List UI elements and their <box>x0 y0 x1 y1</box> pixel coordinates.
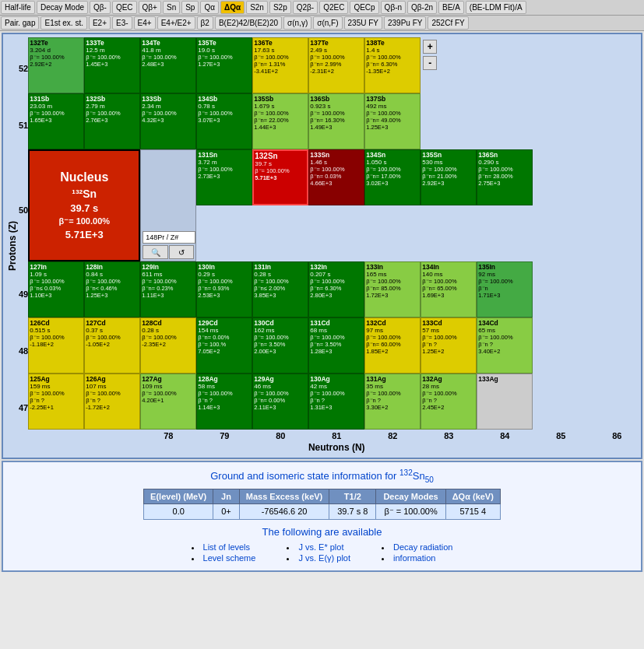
cell-136Te[interactable]: 136Te 17.63 s β⁻= 100.00% β⁻n= 1.31% -3.… <box>252 37 308 93</box>
toolbar-btn-qbplus[interactable]: Qβ+ <box>139 1 161 14</box>
cell-129Cd[interactable]: 129Cd 154 ms β⁻n= 0.00% β⁻= 100.% 7.05E+… <box>196 317 252 374</box>
cell-134In[interactable]: 134In 140 ms β⁻= 100.00% β⁻n= 65.00% 1.6… <box>421 261 477 317</box>
toolbar2-btn-be2[interactable]: B(E2)42/B(E2)20 <box>215 16 282 30</box>
cell-133Sb[interactable]: 133Sb 2.34 m β⁻= 100.00% 4.32E+3 <box>140 93 196 149</box>
list-item-scheme[interactable]: Level scheme <box>192 553 256 563</box>
toolbar2-btn-252cf[interactable]: 252Cf FY <box>428 16 468 30</box>
cell-elevel: 0.0 <box>144 503 213 519</box>
cell-127Ag[interactable]: 127Ag 109 ms β⁻= 100.00% 4.20E+1 <box>140 374 196 430</box>
cell-127In[interactable]: 127In 1.09 s β⁻= 100.00% β⁻n≤ 0.03% 1.10… <box>28 261 84 317</box>
cell-137Sb[interactable]: 137Sb 492 ms β⁻= 100.00% β⁻n= 49.00% 1.2… <box>364 93 421 149</box>
cell-126Ag[interactable]: 126Ag 107 ms β⁻= 100.00% β⁻n ? -1.72E+2 <box>84 374 140 430</box>
cell-135Sn[interactable]: 135Sn 530 ms β⁻= 100.00% β⁻n= 21.00% 2.9… <box>421 149 477 205</box>
chart-row-48: 126Cd 0.515 s β⁻= 100.00% -1.18E+2 127Cd… <box>28 317 644 374</box>
toolbar-btn-qec[interactable]: QEC <box>112 1 137 14</box>
toolbar-btn-halflife[interactable]: Half-life <box>1 1 35 14</box>
y-axis-label: Protons (Z) <box>6 37 19 454</box>
cell-127Cd[interactable]: 127Cd 0.37 s β⁻= 100.00% -1.05E+2 <box>84 317 140 374</box>
cell-128Ag[interactable]: 128Ag 58 ms β⁻= 100.00% β⁻n ? 1.14E+3 <box>196 374 252 430</box>
cell-134Sn[interactable]: 134Sn 1.050 s β⁻= 100.00% β⁻n= 17.00% 3.… <box>364 149 421 205</box>
search-input[interactable] <box>143 231 195 244</box>
toolbar2-btn-sigma-nf[interactable]: σ(n,F) <box>313 16 342 30</box>
cell-132Te[interactable]: 132Te 3.204 d β⁻= 100.00% 2.92E+2 <box>28 37 84 93</box>
toolbar2-btn-239pu[interactable]: 239Pu FY <box>384 16 426 30</box>
toolbar-btn-qbm2n[interactable]: Qβ-2n <box>407 1 437 14</box>
toolbar2-btn-235u[interactable]: 235U FY <box>344 16 382 30</box>
cell-125Ag[interactable]: 125Ag 159 ms β⁻= 100.00% β⁻n ? -2.25E+1 <box>28 374 84 430</box>
cell-129Ag[interactable]: 129Ag 46 ms β⁻= 100.00% β⁻n≈ 0.00% 2.11E… <box>252 374 308 430</box>
cell-138Te[interactable]: 138Te 1.4 s β⁻= 100.00% β⁻n= 6.30% -1.35… <box>364 37 421 93</box>
cell-134Cd[interactable]: 134Cd 65 ms β⁻= 100.00% β⁻n ? 3.40E+2 <box>477 317 533 374</box>
cell-135In[interactable]: 135In 92 ms β⁻= 100.00% β⁻n 1.71E+3 <box>477 261 533 317</box>
cell-128In[interactable]: 128In 0.84 s β⁻= 100.00% β⁻n< 0.46% 1.25… <box>84 261 140 317</box>
toolbar-btn-qbminus[interactable]: Qβ- <box>90 1 111 14</box>
list-item-jve[interactable]: J vs. E* plot <box>287 542 350 552</box>
search-area: 🔍 ↺ <box>140 149 196 261</box>
toolbar-btn-q2ec[interactable]: Q2EC <box>319 1 348 14</box>
cell-130In[interactable]: 130In 0.29 s β⁻= 100.00% β⁻n= 0.93% 2.53… <box>196 261 252 317</box>
toolbar-btn-dqa[interactable]: ΔQα <box>220 1 245 14</box>
toolbar2-btn-pairgap[interactable]: Pair. gap <box>1 16 39 30</box>
z-label-47: 47 <box>19 380 28 436</box>
cell-133In[interactable]: 133In 165 ms β⁻= 100.00% β⁻n= 85.00% 1.7… <box>364 261 421 317</box>
toolbar-btn-beldm[interactable]: (BE-LDM Fit)/A <box>466 1 526 14</box>
cell-131In[interactable]: 131In 0.28 s β⁻= 100.00% β⁻n≤ 2.00% 3.85… <box>252 261 308 317</box>
available-col3: Decay radiation information <box>382 541 452 564</box>
cell-decay-modes: β⁻ = 100.00% <box>376 503 445 519</box>
toolbar2-btn-e3[interactable]: E3- <box>112 16 132 30</box>
toolbar2-btn-sigma-ng[interactable]: σ(n,γ) <box>283 16 311 30</box>
cell-132Sb[interactable]: 132Sb 2.79 m β⁻= 100.00% 2.76E+3 <box>84 93 140 149</box>
cell-134Te[interactable]: 134Te 41.8 m β⁻= 100.00% 2.48E+3 <box>140 37 196 93</box>
toolbar2-btn-e4[interactable]: E4+ <box>134 16 156 30</box>
toolbar-btn-sn[interactable]: Sn <box>163 1 180 14</box>
cell-133Ag[interactable]: 133Ag <box>477 374 533 430</box>
col-t12: T1/2 <box>329 489 376 503</box>
cell-132Ag[interactable]: 132Ag 28 ms β⁻= 100.00% β⁻n ? 2.45E+2 <box>421 374 477 430</box>
toolbar-btn-s2p[interactable]: S2p <box>269 1 291 14</box>
cell-132Cd[interactable]: 132Cd 97 ms β⁻= 100.00% β⁻n= 60.00% 1.85… <box>364 317 421 374</box>
cell-133Sn[interactable]: 133Sn 1.46 s β⁻= 100.00% β⁻n= 0.03% 4.66… <box>308 149 364 205</box>
toolbar-btn-decaymode[interactable]: Decay Mode <box>37 1 88 14</box>
search-button[interactable]: 🔍 <box>143 245 168 259</box>
reset-button[interactable]: ↺ <box>169 245 195 259</box>
cell-131Ag[interactable]: 131Ag 35 ms β⁻= 100.00% β⁻n ? 3.30E+2 <box>364 374 421 430</box>
cell-131Sb[interactable]: 131Sb 23.03 m β⁻= 100.00% 1.65E+3 <box>28 93 84 149</box>
cell-136Sb[interactable]: 136Sb 0.923 s β⁻= 100.00% β⁻n= 16.30% 1.… <box>308 93 364 149</box>
cell-130Ag[interactable]: 130Ag 42 ms β⁻= 100.00% β⁻n ? 1.31E+3 <box>308 374 364 430</box>
list-item-levels[interactable]: List of levels <box>192 542 256 552</box>
toolbar-btn-sp[interactable]: Sp <box>181 1 199 14</box>
toolbar2-btn-b2[interactable]: β2 <box>197 16 213 30</box>
toolbar2-btn-e2[interactable]: E2+ <box>89 16 111 30</box>
cell-135Te[interactable]: 135Te 19.0 s β⁻= 100.00% 1.27E+3 <box>196 37 252 93</box>
nucleus-val: 5.71E+3 <box>65 228 104 242</box>
cell-129In[interactable]: 129In 611 ms β⁻= 100.00% β⁻n= 0.23% 1.11… <box>140 261 196 317</box>
cell-128Cd[interactable]: 128Cd 0.28 s β⁻= 100.00% -2.35E+2 <box>140 317 196 374</box>
toolbar2-btn-e1st[interactable]: E1st ex. st. <box>40 16 86 30</box>
cell-126Cd[interactable]: 126Cd 0.515 s β⁻= 100.00% -1.18E+2 <box>28 317 84 374</box>
cell-137Te[interactable]: 137Te 2.49 s β⁻= 100.00% β⁻n= 2.99% -2.3… <box>308 37 364 93</box>
cell-132Sn[interactable]: 132Sn 39.7 s β⁻= 100.00% 5.71E+3 <box>252 149 308 205</box>
cell-132In[interactable]: 132In 0.207 s β⁻= 100.00% β⁻n= 6.30% 2.8… <box>308 261 364 317</box>
toolbar-btn-qa[interactable]: Qα <box>200 1 219 14</box>
toolbar-btn-q2bm[interactable]: Q2β- <box>293 1 318 14</box>
cell-136Sn[interactable]: 136Sn 0.290 s β⁻= 100.00% β⁻n= 28.00% 2.… <box>477 149 533 205</box>
zoom-out-button[interactable]: - <box>423 56 437 70</box>
cell-130Cd[interactable]: 130Cd 162 ms β⁻= 100.00% β⁻n= 3.50% 2.00… <box>252 317 308 374</box>
cell-131Sn[interactable]: 131Sn 3.72 m β⁻= 100.00% 2.73E+3 <box>196 149 252 205</box>
zoom-in-button[interactable]: + <box>423 40 437 54</box>
nucleus-special-box[interactable]: Nucleus ¹³²Sn 39.7 s β⁻= 100.00% 5.71E+3 <box>28 149 140 261</box>
cell-131Cd[interactable]: 131Cd 68 ms β⁻= 100.00% β⁻n= 3.50% 1.28E… <box>308 317 364 374</box>
cell-135Sb[interactable]: 135Sb 1.679 s β⁻= 100.00% β⁻n= 22.00% 1.… <box>252 93 308 149</box>
list-item-jveg[interactable]: J vs. E(γ) plot <box>287 553 350 563</box>
list-item-decay-info[interactable]: information <box>382 553 452 563</box>
toolbar-btn-qbmn[interactable]: Qβ-n <box>381 1 406 14</box>
toolbar-btn-qecp[interactable]: QECp <box>350 1 378 14</box>
cell-134Sb[interactable]: 134Sb 0.78 s β⁻= 100.00% 3.07E+3 <box>196 93 252 149</box>
cell-133Te[interactable]: 133Te 12.5 m β⁻= 100.00% 1.45E+3 <box>84 37 140 93</box>
list-item-decay-rad[interactable]: Decay radiation <box>382 542 452 552</box>
toolbar-btn-bea[interactable]: BE/A <box>438 1 464 14</box>
toolbar2-btn-e4e2[interactable]: E4+/E2+ <box>157 16 195 30</box>
toolbar-btn-s2n[interactable]: S2n <box>246 1 268 14</box>
ground-state-table: E(level) (MeV) Jn Mass Excess (keV) T1/2… <box>143 489 501 520</box>
cell-133Cd[interactable]: 133Cd 57 ms β⁻= 100.00% β⁻n ? 1.25E+2 <box>421 317 477 374</box>
